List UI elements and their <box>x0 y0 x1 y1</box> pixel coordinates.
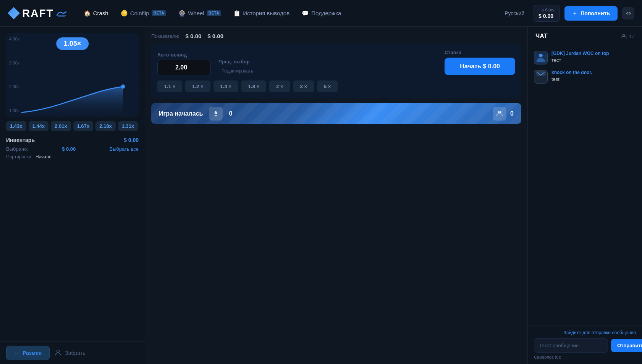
nav-item-support[interactable]: 💬 Поддержка <box>296 7 346 20</box>
coin-icon: 🪙 <box>121 10 128 17</box>
chat-input-row: Отправить <box>534 338 636 353</box>
sort-option[interactable]: Начало <box>36 154 52 159</box>
start-button[interactable]: Начать $ 0.00 <box>445 58 515 75</box>
chat-text-1: test <box>551 76 592 82</box>
stats-row: Показатели: $ 0.00 $ 0.00 <box>151 33 521 39</box>
inventory-section: Инвентарь $ 0.00 Выбрано: $ 0.00 Выбрать… <box>6 137 139 159</box>
language-label: Русский <box>505 10 524 16</box>
game-status-right: 0 <box>493 107 514 121</box>
selected-row: Выбрано: $ 0.00 Выбрать все <box>6 146 139 152</box>
nav-item-crash[interactable]: 🏠 Crash <box>78 7 114 20</box>
bottom-bar: ↔ Размен Забрать <box>0 341 145 364</box>
logo-icon <box>8 7 20 19</box>
game-status-count2: 0 <box>510 110 514 117</box>
auto-cashout-input[interactable] <box>157 60 211 75</box>
logo[interactable]: RAFT <box>8 7 67 19</box>
game-status-icon1[interactable] <box>209 107 223 121</box>
svg-point-8 <box>539 54 542 57</box>
main-layout: 1.05× 4.00x 3.00x 2.00x 1.00x <box>0 27 642 364</box>
chat-msg-content-1: knock on the door. test <box>551 70 592 82</box>
chart-y-label-3: 3.00x <box>9 61 19 65</box>
current-multiplier: 1.05× <box>56 37 89 50</box>
quick-mult-1.2[interactable]: 1.2 × <box>185 81 210 92</box>
auto-cashout-group: Авто-вывод <box>157 52 211 75</box>
deposit-label: Пополнить <box>581 10 610 16</box>
navbar: RAFT 🏠 Crash 🪙 Coinflip BETA 🎡 Wheel BET… <box>0 0 642 27</box>
svg-point-4 <box>498 111 500 113</box>
game-status-text: Игра началась <box>159 110 203 117</box>
exchange-label: Размен <box>23 350 42 356</box>
home-icon: 🏠 <box>84 10 91 17</box>
players-icon <box>496 110 503 118</box>
avatar-svg-1 <box>534 70 547 84</box>
svg-point-6 <box>623 35 624 37</box>
select-all-button[interactable]: Выбрать все <box>110 146 139 152</box>
nav-support-label: Поддержка <box>311 10 341 16</box>
nav-crash-label: Crash <box>93 10 108 16</box>
deposit-icon: ＋ <box>572 10 577 17</box>
mult-badge-2[interactable]: 2.01x <box>51 121 71 131</box>
chat-smile-row: Символов (0): <box>534 355 636 359</box>
mult-badge-1[interactable]: 1.44x <box>29 121 49 131</box>
game-chart: 1.05× 4.00x 3.00x 2.00x 1.00x <box>6 33 139 117</box>
sort-label: Сортировки: <box>6 154 32 159</box>
withdraw-button[interactable]: Забрать <box>54 349 85 358</box>
chart-y-labels: 4.00x 3.00x 2.00x 1.00x <box>9 37 19 113</box>
mult-badge-0[interactable]: 1.43x <box>6 121 26 131</box>
language-selector[interactable]: Русский <box>501 8 528 19</box>
stake-label: Ставка <box>445 50 515 55</box>
quick-mult-3[interactable]: 3 × <box>293 81 314 92</box>
inventory-value: $ 0.00 <box>124 137 139 143</box>
chat-messages: [GDK] Jurdan WOC on top тест knock on th… <box>528 46 642 325</box>
mult-badge-5[interactable]: 1.31x <box>118 121 138 131</box>
chat-message-1: knock on the door. test <box>534 70 636 84</box>
logo-text: RAFT <box>22 7 54 19</box>
nav-coinflip-label: Coinflip <box>130 10 149 16</box>
svg-point-0 <box>121 84 125 89</box>
bet-row1: Авто-вывод Пред. выбор Редактировать Ста… <box>157 50 515 75</box>
quick-multipliers: 1.1 × 1.2 × 1.4 × 1.8 × 2 × 3 × 5 × <box>157 81 515 92</box>
selected-value: $ 0.00 <box>62 146 76 152</box>
quick-mult-5[interactable]: 5 × <box>317 81 338 92</box>
quick-mult-2[interactable]: 2 × <box>269 81 290 92</box>
balance-label: На балу <box>539 8 554 12</box>
online-count: 17 <box>629 34 634 39</box>
login-hint-text[interactable]: Зайдите для отправки сообщения <box>563 330 636 335</box>
expand-button[interactable]: ⇔ <box>622 7 634 19</box>
mult-badge-4[interactable]: 2.18x <box>95 121 116 131</box>
game-status-bar: Игра началась 0 0 <box>151 103 521 124</box>
chat-bottom: Зайдите для отправки сообщения Отправить… <box>528 325 642 364</box>
selected-label: Выбрано: <box>6 146 28 152</box>
game-status-count1: 0 <box>229 110 232 117</box>
chat-input[interactable] <box>534 338 608 353</box>
multiplier-history: 1.43x 1.44x 2.01x 1.67x 2.18x 1.31x 1.2x <box>6 121 139 131</box>
wheel-icon: 🎡 <box>178 10 186 17</box>
logo-boat-icon <box>56 10 67 17</box>
support-icon: 💬 <box>302 10 309 17</box>
edit-button[interactable]: Редактировать <box>218 67 256 75</box>
svg-rect-9 <box>534 51 547 54</box>
nav-item-history[interactable]: 📋 История выводов <box>228 7 295 20</box>
svg-point-3 <box>215 113 217 114</box>
withdraw-label: Забрать <box>65 350 85 356</box>
chat-users-icon <box>621 34 627 39</box>
nav-wheel-label: Wheel <box>188 10 204 16</box>
chat-send-button[interactable]: Отправить <box>611 339 642 352</box>
exchange-button[interactable]: ↔ Размен <box>6 346 50 360</box>
balance-value: $ 0.00 <box>539 13 554 19</box>
stats-value-1: $ 0.00 <box>186 33 202 39</box>
quick-mult-1.8[interactable]: 1.8 × <box>241 81 266 92</box>
nav-item-wheel[interactable]: 🎡 Wheel BETA <box>173 7 226 20</box>
quick-mult-1.1[interactable]: 1.1 × <box>157 81 182 92</box>
nav-history-label: История выводов <box>243 10 289 16</box>
quick-mult-1.4[interactable]: 1.4 × <box>213 81 238 92</box>
chart-y-label-4: 4.00x <box>9 37 19 41</box>
deposit-button[interactable]: ＋ Пополнить <box>564 6 618 21</box>
avatar-svg-0 <box>534 51 547 64</box>
prev-choice-label: Пред. выбор <box>218 59 256 64</box>
balance-box: На балу $ 0.00 <box>533 5 560 22</box>
auto-cashout-label: Авто-вывод <box>157 52 211 58</box>
nav-item-coinflip[interactable]: 🪙 Coinflip BETA <box>115 7 172 20</box>
mult-badge-3[interactable]: 1.67x <box>73 121 94 131</box>
game-status-icon2[interactable] <box>493 107 506 121</box>
